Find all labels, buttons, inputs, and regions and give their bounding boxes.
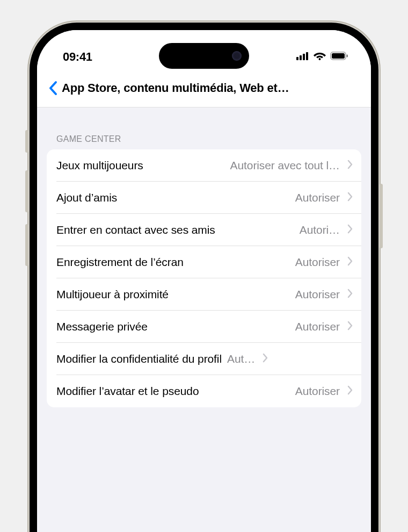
volume-down-button — [25, 224, 28, 266]
row-value: Autoriser — [174, 288, 340, 301]
row-modify-avatar-nickname[interactable]: Modifier l’avatar et le pseudo Autoriser — [47, 375, 361, 407]
volume-up-button — [25, 170, 28, 212]
wifi-icon — [314, 52, 326, 62]
row-multiplayer-games[interactable]: Jeux multijoueurs Autoriser avec tout l… — [47, 149, 361, 182]
back-button[interactable] — [45, 81, 61, 96]
status-time: 09:41 — [63, 50, 92, 64]
svg-rect-0 — [296, 57, 298, 60]
svg-rect-6 — [332, 53, 345, 59]
svg-rect-2 — [303, 54, 305, 60]
power-button — [380, 184, 383, 248]
row-label: Modifier la confidentialité du profil — [56, 353, 222, 365]
row-value: Autoriser avec tout l… — [149, 159, 340, 172]
row-private-messaging[interactable]: Messagerie privée Autoriser — [47, 311, 361, 343]
svg-point-4 — [319, 58, 321, 60]
row-modify-profile-privacy[interactable]: Modifier la confidentialité du profil Au… — [47, 343, 361, 375]
row-screen-recording[interactable]: Enregistrement de l’écran Autoriser — [47, 246, 361, 278]
navigation-bar: App Store, contenu multimédia, Web et… — [37, 73, 371, 107]
status-icons — [296, 52, 348, 62]
row-value: Autoriser — [204, 385, 340, 398]
silent-switch — [25, 130, 28, 153]
phone-device-frame: 09:41 — [30, 23, 378, 532]
battery-icon — [330, 52, 348, 62]
svg-rect-3 — [306, 52, 308, 60]
row-value: Autoriser — [122, 191, 340, 204]
chevron-right-icon — [347, 256, 353, 268]
cellular-signal-icon — [296, 52, 309, 62]
settings-list-game-center: Jeux multijoueurs Autoriser avec tout l…… — [47, 149, 361, 407]
chevron-left-icon — [48, 81, 57, 96]
row-label: Entrer en contact avec ses amis — [56, 224, 215, 236]
page-title: App Store, contenu multimédia, Web et… — [61, 81, 363, 95]
svg-rect-7 — [347, 55, 348, 57]
row-label: Jeux multijoueurs — [56, 159, 143, 172]
row-label: Multijoueur à proximité — [56, 288, 169, 301]
row-value: Autori… — [221, 224, 340, 236]
screen: 09:41 — [37, 30, 371, 532]
row-value: Aut… — [227, 353, 255, 365]
row-label: Modifier l’avatar et le pseudo — [56, 385, 199, 398]
chevron-right-icon — [263, 353, 268, 365]
chevron-right-icon — [347, 160, 353, 171]
row-value: Autoriser — [153, 320, 340, 333]
row-connect-with-friends[interactable]: Entrer en contact avec ses amis Autori… — [47, 214, 361, 246]
row-add-friends[interactable]: Ajout d’amis Autoriser — [47, 182, 361, 214]
chevron-right-icon — [347, 192, 353, 204]
chevron-right-icon — [347, 224, 353, 236]
dynamic-island — [159, 43, 249, 69]
row-value: Autoriser — [189, 256, 340, 269]
chevron-right-icon — [347, 321, 353, 333]
row-label: Enregistrement de l’écran — [56, 256, 184, 269]
svg-rect-1 — [300, 55, 302, 60]
row-label: Messagerie privée — [56, 320, 148, 333]
front-camera-icon — [232, 51, 242, 61]
chevron-right-icon — [347, 385, 353, 397]
chevron-right-icon — [347, 289, 353, 300]
row-nearby-multiplayer[interactable]: Multijoueur à proximité Autoriser — [47, 278, 361, 311]
section-header-game-center: GAME CENTER — [47, 107, 361, 149]
content-area: GAME CENTER Jeux multijoueurs Autoriser … — [37, 107, 371, 407]
row-label: Ajout d’amis — [56, 191, 117, 204]
